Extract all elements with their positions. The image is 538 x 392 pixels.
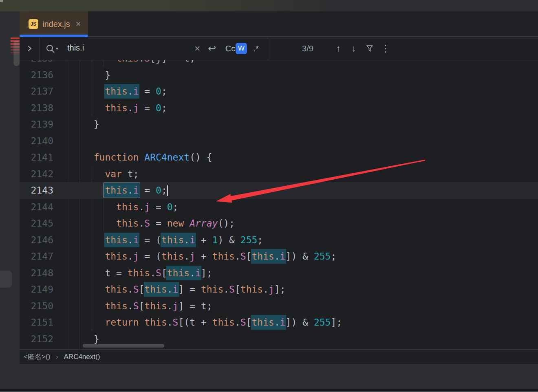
search-magnifier-icon[interactable] <box>46 44 60 54</box>
filter-search-button[interactable] <box>366 37 374 60</box>
text-caret <box>167 185 168 196</box>
line-number[interactable]: 2146 <box>20 232 53 249</box>
line-number[interactable]: 2144 <box>20 199 53 216</box>
line-number[interactable]: 2149 <box>20 281 53 298</box>
code-line[interactable]: 2141 function ARC4next() { <box>20 149 538 166</box>
previous-match-button[interactable]: ↑ <box>336 37 341 60</box>
code-lines: 2135 this.S[j] = t;2136 }2137 this.i = 0… <box>20 60 538 347</box>
match-case-button[interactable]: Cc <box>225 37 235 60</box>
tab-close-icon[interactable]: × <box>76 20 81 28</box>
whole-words-button[interactable]: W <box>236 43 247 54</box>
divider <box>39 37 40 60</box>
horizontal-scrollbar-thumb[interactable] <box>83 344 164 348</box>
search-match-highlight: this.i <box>251 249 286 264</box>
ide-window: JS index.js × this.i × ↩ Cc W .* <box>0 0 538 392</box>
line-number[interactable]: 2138 <box>20 100 53 117</box>
close-icon: × <box>194 43 200 54</box>
newline-icon: ↩ <box>208 43 216 54</box>
breadcrumb-separator-icon: › <box>56 353 58 361</box>
search-match-highlight: this.i <box>166 266 201 280</box>
code-line[interactable]: 2139 } <box>20 116 538 133</box>
search-bar: this.i × ↩ Cc W .* 3/9 ↑ ↓ ⋮ <box>20 37 538 60</box>
status-area <box>0 364 538 392</box>
code-line[interactable]: 2149 this.S[this.i] = this.S[this.j]; <box>20 281 538 298</box>
code-line[interactable]: 2136 } <box>20 67 538 84</box>
match-count: 3/9 <box>302 37 313 60</box>
line-number[interactable]: 2150 <box>20 298 53 315</box>
code-line[interactable]: 2140 <box>20 133 538 150</box>
tab-label: index.js <box>42 20 70 29</box>
line-number[interactable]: 2141 <box>20 149 53 166</box>
more-options-button[interactable]: ⋮ <box>381 37 390 60</box>
breadcrumb-item-arc4next[interactable]: ARC4next() <box>64 353 100 361</box>
editor-tab-bar: JS index.js × <box>20 11 538 37</box>
expand-search-button[interactable] <box>20 37 39 60</box>
code-line[interactable]: 2137 this.i = 0; <box>20 83 538 100</box>
code-line[interactable]: 2145 this.S = new Array(); <box>20 215 538 232</box>
breadcrumb-item-anonymous[interactable]: <匿名>() <box>24 352 50 361</box>
code-line[interactable]: 2144 this.j = 0; <box>20 199 538 216</box>
line-number[interactable]: 2135 <box>20 60 53 67</box>
line-number[interactable]: 2143 <box>20 182 53 199</box>
current-match-highlight: this.i <box>104 183 139 198</box>
regex-button[interactable]: .* <box>253 37 258 60</box>
tab-index-js[interactable]: JS index.js × <box>20 11 88 37</box>
left-pane-scroll-strip <box>0 11 20 364</box>
line-number[interactable]: 2145 <box>20 215 53 232</box>
code-line[interactable]: 2138 this.j = 0; <box>20 100 538 117</box>
new-line-button[interactable]: ↩ <box>208 37 216 60</box>
code-editor[interactable]: 2135 this.S[j] = t;2136 }2137 this.i = 0… <box>20 60 538 349</box>
title-bar <box>0 0 538 11</box>
breadcrumb-bar: <匿名>() › ARC4next() <box>20 349 538 364</box>
code-line[interactable]: 2151 return this.S[(t + this.S[this.i]) … <box>20 314 538 331</box>
line-number[interactable]: 2151 <box>20 314 53 331</box>
line-number[interactable]: 2140 <box>20 133 53 150</box>
js-file-icon: JS <box>29 19 38 29</box>
line-number[interactable]: 2148 <box>20 265 53 282</box>
search-match-highlight: this.i <box>104 84 139 99</box>
left-pane-scrollbar-thumb[interactable] <box>13 41 20 66</box>
search-match-highlight: this.i <box>104 233 139 247</box>
next-match-button[interactable]: ↓ <box>352 37 356 60</box>
code-line[interactable]: 2142 var t; <box>20 166 538 183</box>
arrow-up-icon: ↑ <box>336 43 341 54</box>
search-input[interactable]: this.i <box>67 43 84 53</box>
divider <box>268 37 268 60</box>
line-number[interactable]: 2137 <box>20 83 53 100</box>
code-line[interactable]: 2135 this.S[j] = t; <box>20 60 538 67</box>
code-line[interactable]: 2143 this.i = 0; <box>20 182 538 199</box>
line-number[interactable]: 2142 <box>20 166 53 183</box>
search-match-highlight: this.i <box>144 282 179 297</box>
line-number[interactable]: 2139 <box>20 116 53 133</box>
code-line[interactable]: 2150 this.S[this.j] = t; <box>20 298 538 315</box>
search-match-highlight: this.i <box>251 315 286 330</box>
clear-search-button[interactable]: × <box>194 37 200 60</box>
line-number[interactable]: 2136 <box>20 67 53 84</box>
window-corner-artifact <box>0 0 3 2</box>
error-stripe-mark <box>11 37 20 39</box>
chevron-right-icon <box>26 44 33 53</box>
search-match-highlight: this.i <box>161 233 196 247</box>
code-line[interactable]: 2148 t = this.S[this.i]; <box>20 265 538 282</box>
line-number[interactable]: 2147 <box>20 248 53 265</box>
funnel-icon <box>366 45 374 52</box>
tool-window-handle[interactable] <box>0 271 12 288</box>
code-line[interactable]: 2146 this.i = (this.i + 1) & 255; <box>20 232 538 249</box>
line-number[interactable]: 2152 <box>20 331 53 348</box>
kebab-icon: ⋮ <box>381 43 390 54</box>
code-line[interactable]: 2147 this.j = (this.j + this.S[this.i]) … <box>20 248 538 265</box>
arrow-down-icon: ↓ <box>352 43 356 54</box>
